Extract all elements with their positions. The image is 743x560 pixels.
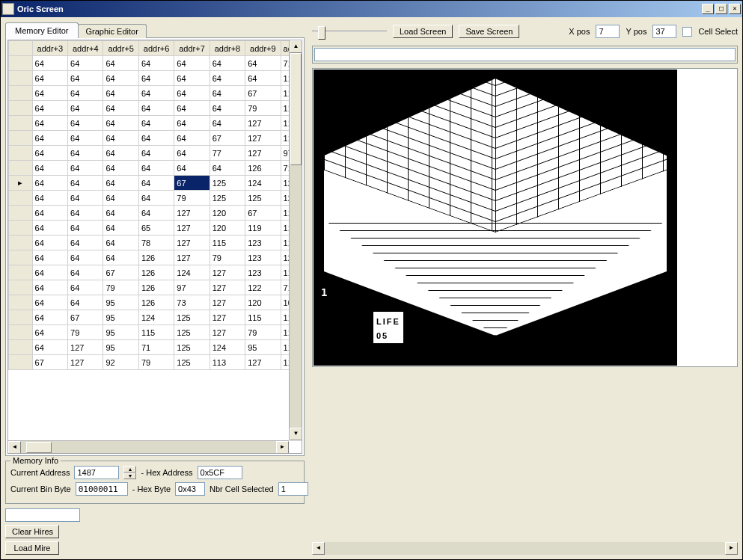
scroll-right-icon[interactable]: ► [276, 441, 289, 454]
address-bar-input[interactable] [314, 48, 736, 61]
grid-cell[interactable]: 79 [245, 325, 281, 340]
grid-cell[interactable]: 77 [210, 146, 245, 161]
grid-cell[interactable]: 64 [210, 71, 245, 86]
table-row[interactable]: 6479951151251277911 [9, 325, 302, 340]
row-header[interactable] [9, 295, 33, 310]
current-address-input[interactable] [74, 466, 119, 479]
grid-cell[interactable]: 64 [210, 101, 245, 116]
grid-cell[interactable]: 115 [138, 325, 174, 340]
table-row[interactable]: 6464951267312712010 [9, 295, 302, 310]
grid-cell[interactable]: 67 [103, 265, 138, 280]
grid-cell[interactable]: 125 [174, 340, 210, 355]
grid-cell[interactable]: 126 [138, 265, 174, 280]
grid-cell[interactable]: 64 [32, 221, 67, 236]
grid-cell[interactable]: 73 [174, 295, 210, 310]
grid-cell[interactable]: 67 [210, 131, 245, 146]
oric-screen[interactable]: 1 LIFE 05 [314, 70, 677, 366]
grid-cell[interactable]: 79 [174, 191, 210, 206]
scroll-thumb-h[interactable] [26, 442, 52, 453]
grid-cell[interactable]: 124 [245, 176, 281, 191]
table-row[interactable]: 6412795711251249511 [9, 340, 302, 355]
grid-cell[interactable]: 122 [245, 280, 281, 295]
grid-header[interactable]: addr+5 [103, 41, 138, 56]
grid-cell[interactable]: 125 [174, 355, 210, 370]
grid-cell[interactable]: 64 [138, 56, 174, 71]
grid-cell[interactable]: 115 [245, 310, 281, 325]
grid-cell[interactable]: 67 [245, 86, 281, 101]
grid-cell[interactable]: 79 [103, 280, 138, 295]
grid-cell[interactable]: 64 [138, 146, 174, 161]
load-screen-button[interactable]: Load Screen [393, 25, 453, 38]
rscroll-left-icon[interactable]: ◄ [312, 542, 325, 555]
row-header[interactable] [9, 86, 33, 101]
grid-cell[interactable]: 79 [245, 101, 281, 116]
grid-cell[interactable]: 64 [32, 146, 67, 161]
grid-cell[interactable]: 64 [103, 206, 138, 221]
grid-cell[interactable]: 123 [245, 236, 281, 250]
grid-cell[interactable]: 64 [32, 86, 67, 101]
row-header[interactable] [9, 146, 33, 161]
grid-cell[interactable]: 64 [68, 131, 103, 146]
grid-cell[interactable]: 64 [32, 236, 67, 250]
grid-cell[interactable]: 64 [68, 265, 103, 280]
grid-cell[interactable]: 64 [210, 86, 245, 101]
grid-cell[interactable]: 64 [32, 206, 67, 221]
grid-cell[interactable]: 64 [68, 280, 103, 295]
grid-cell[interactable]: 64 [103, 176, 138, 191]
scroll-thumb-v[interactable] [290, 53, 302, 165]
grid-cell[interactable]: 64 [32, 280, 67, 295]
table-row[interactable]: 6464641261277912312 [9, 250, 302, 265]
table-row[interactable]: 64646464646412711 [9, 116, 302, 131]
grid-cell[interactable]: 127 [174, 206, 210, 221]
row-header[interactable] [9, 236, 33, 250]
tab-graphic-editor[interactable]: Graphic Editor [78, 24, 147, 38]
grid-cell[interactable]: 125 [210, 176, 245, 191]
grid-header[interactable] [9, 41, 33, 56]
grid-cell[interactable]: 64 [68, 56, 103, 71]
grid-cell[interactable]: 127 [174, 221, 210, 236]
grid-cell[interactable]: 125 [174, 325, 210, 340]
address-down-icon[interactable]: ▾ [123, 473, 136, 479]
grid-cell[interactable]: 64 [68, 101, 103, 116]
row-header[interactable] [9, 131, 33, 146]
grid-cell[interactable]: 64 [32, 191, 67, 206]
table-row[interactable]: 6464647812711512311 [9, 236, 302, 250]
grid-cell[interactable]: 64 [103, 116, 138, 131]
grid-cell[interactable]: 64 [174, 116, 210, 131]
grid-cell[interactable]: 64 [68, 236, 103, 250]
grid-cell[interactable]: 64 [68, 250, 103, 265]
grid-cell[interactable]: 79 [210, 250, 245, 265]
grid-cell[interactable]: 64 [32, 250, 67, 265]
grid-cell[interactable]: 95 [245, 340, 281, 355]
grid-cell[interactable]: 123 [245, 250, 281, 265]
tab-memory-editor[interactable]: Memory Editor [5, 22, 79, 38]
table-row[interactable]: 64646464646712711 [9, 131, 302, 146]
grid-header[interactable]: addr+9 [245, 41, 281, 56]
row-header[interactable] [9, 340, 33, 355]
grid-header[interactable]: addr+4 [68, 41, 103, 56]
grid-cell[interactable]: 64 [138, 176, 174, 191]
grid-cell[interactable]: 64 [103, 161, 138, 176]
grid-cell[interactable]: 126 [245, 161, 281, 176]
grid-cell[interactable]: 65 [138, 221, 174, 236]
grid-cell[interactable]: 64 [68, 295, 103, 310]
grid-cell[interactable]: 113 [210, 355, 245, 370]
grid-header[interactable]: addr+7 [174, 41, 210, 56]
right-horizontal-scrollbar[interactable]: ◄ ► [312, 542, 738, 555]
load-mire-button[interactable]: Load Mire [5, 541, 59, 555]
grid-cell[interactable]: 64 [103, 71, 138, 86]
grid-cell[interactable]: 120 [245, 295, 281, 310]
grid-cell[interactable]: 67 [174, 176, 210, 191]
grid-cell[interactable]: 95 [103, 295, 138, 310]
row-header[interactable] [9, 250, 33, 265]
grid-header[interactable]: addr+6 [138, 41, 174, 56]
grid-cell[interactable]: 127 [210, 325, 245, 340]
row-header[interactable] [9, 280, 33, 295]
maximize-button[interactable]: □ [715, 4, 727, 14]
grid-cell[interactable]: 64 [174, 86, 210, 101]
save-screen-button[interactable]: Save Screen [459, 25, 519, 38]
text-input[interactable] [5, 508, 80, 522]
table-row[interactable]: 64646464647712797 [9, 146, 302, 161]
grid-cell[interactable]: 64 [138, 71, 174, 86]
grid-cell[interactable]: 115 [210, 236, 245, 250]
